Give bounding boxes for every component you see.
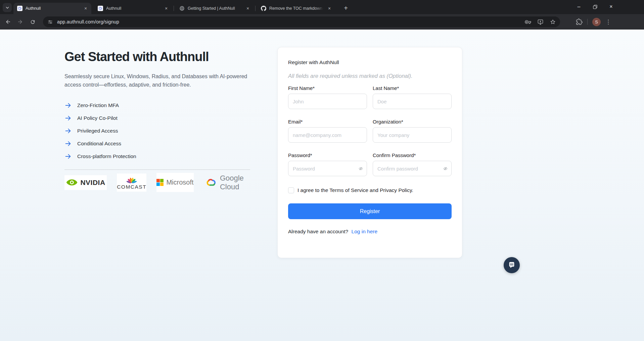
password-visibility-toggle[interactable] <box>358 166 364 171</box>
close-window-button[interactable]: × <box>603 0 619 13</box>
password-input[interactable] <box>288 161 367 176</box>
site-info-button[interactable] <box>46 17 54 26</box>
tab-strip: Authnull × Authnull × Getting Started | … <box>0 0 644 14</box>
login-row: Already have an account? Log in here <box>288 229 452 235</box>
chevron-down-icon <box>5 6 9 10</box>
tab-close-icon[interactable]: × <box>163 5 169 11</box>
authnull-favicon-icon <box>17 6 22 11</box>
tab-separator <box>255 6 256 11</box>
organization-input[interactable] <box>373 127 452 143</box>
restore-button[interactable] <box>587 0 603 13</box>
feature-list: Zero-Friction MFA AI Policy Co-Pilot Pri… <box>64 99 261 163</box>
password-key-icon[interactable] <box>525 19 531 25</box>
minimize-button[interactable]: – <box>571 0 587 13</box>
arrow-right-icon <box>64 114 72 122</box>
first-name-label: First Name* <box>288 85 367 91</box>
first-name-input[interactable] <box>288 94 367 109</box>
tab-github[interactable]: Remove the TOC markdown co × <box>257 3 335 14</box>
url-text[interactable]: app.authnull.com/org/signup <box>57 19 521 25</box>
extensions-puzzle-icon[interactable] <box>576 18 583 25</box>
tab-search-button[interactable] <box>3 3 12 12</box>
install-app-icon[interactable] <box>537 19 544 25</box>
nvidia-logo: NVIDIA <box>64 175 107 190</box>
tab-separator <box>174 6 174 11</box>
google-cloud-icon <box>204 178 217 187</box>
eye-invisible-icon <box>358 166 364 171</box>
back-icon <box>5 19 11 25</box>
tab-getting-started[interactable]: Getting Started | AuthNull × <box>176 3 254 14</box>
nvidia-eye-icon <box>66 178 78 187</box>
back-button[interactable] <box>3 16 13 27</box>
forward-button[interactable] <box>15 16 26 27</box>
authnull-favicon-icon <box>98 6 103 11</box>
tab-close-icon[interactable]: × <box>83 5 89 11</box>
chat-launcher-button[interactable] <box>504 257 520 273</box>
tab-title: Getting Started | AuthNull <box>188 6 235 11</box>
tab-authnull-2[interactable]: Authnull × <box>94 3 172 14</box>
login-prompt: Already have an account? <box>288 229 348 234</box>
tab-close-icon[interactable]: × <box>326 5 332 11</box>
feature-label: Conditional Access <box>77 141 121 147</box>
signup-page: Get Started with Authnull Seamlessly sec… <box>0 30 644 341</box>
browser-toolbar: app.authnull.com/org/signup S ⋮ <box>0 14 644 30</box>
nvidia-wordmark: NVIDIA <box>80 179 105 187</box>
menu-kebab-icon[interactable]: ⋮ <box>605 18 611 26</box>
browser-window: Authnull × Authnull × Getting Started | … <box>0 0 644 341</box>
page-subtitle: Seamlessly secure Linux, Windows, Radius… <box>64 72 261 89</box>
last-name-input[interactable] <box>373 94 452 109</box>
form-title: Register with AuthNull <box>288 59 452 65</box>
required-note: All fields are required unless marked as… <box>288 73 452 79</box>
login-link[interactable]: Log in here <box>352 229 378 234</box>
reload-icon <box>30 19 36 25</box>
chat-bubble-icon <box>508 261 515 269</box>
divider <box>64 169 250 170</box>
email-label: Email* <box>288 119 367 125</box>
bookmark-star-icon[interactable] <box>550 19 556 25</box>
confirm-password-input[interactable] <box>373 161 452 176</box>
profile-avatar[interactable]: S <box>592 18 601 26</box>
microsoft-logo: Microsoft <box>156 173 193 192</box>
address-bar[interactable]: app.authnull.com/org/signup <box>43 16 560 27</box>
microsoft-squares-icon <box>156 179 164 186</box>
feature-item: Cross-platform Protection <box>64 150 261 163</box>
feature-label: Zero-Friction MFA <box>77 102 119 108</box>
tab-close-icon[interactable]: × <box>245 5 251 11</box>
google-cloud-logo: Google Cloud <box>204 174 264 191</box>
email-input[interactable] <box>288 127 367 143</box>
site-controls-icon <box>48 19 53 25</box>
confirm-password-visibility-toggle[interactable] <box>442 166 448 171</box>
comcast-wordmark: COMCAST <box>117 184 146 190</box>
reload-button[interactable] <box>27 16 38 27</box>
window-controls: – × <box>571 0 619 13</box>
feature-item: Conditional Access <box>64 137 261 150</box>
organization-label: Organization* <box>373 119 452 125</box>
feature-item: AI Policy Co-Pilot <box>64 112 261 125</box>
eye-invisible-icon <box>443 166 448 171</box>
toolbar-right: S ⋮ <box>576 16 611 27</box>
feature-label: AI Policy Co-Pilot <box>77 115 118 121</box>
tab-authnull-1[interactable]: Authnull × <box>13 3 91 14</box>
confirm-password-label: Confirm Password* <box>373 152 452 158</box>
globe-icon <box>179 6 185 11</box>
microsoft-wordmark: Microsoft <box>166 179 193 186</box>
toolbar-separator <box>587 19 588 25</box>
tab-title: Authnull <box>26 6 41 11</box>
arrow-right-icon <box>64 153 72 160</box>
comcast-logo: COMCAST <box>117 174 146 192</box>
hero-section: Get Started with Authnull Seamlessly sec… <box>64 47 261 192</box>
agree-checkbox[interactable] <box>288 187 294 193</box>
arrow-right-icon <box>64 140 72 147</box>
arrow-right-icon <box>64 102 72 109</box>
agree-label: I agree to the Terms of Service and Priv… <box>297 187 413 193</box>
forward-icon <box>17 19 23 25</box>
feature-item: Privileged Access <box>64 125 261 137</box>
register-card: Register with AuthNull All fields are re… <box>277 47 462 258</box>
feature-label: Cross-platform Protection <box>77 153 136 159</box>
github-icon <box>261 6 266 11</box>
arrow-right-icon <box>64 127 72 135</box>
new-tab-button[interactable]: + <box>341 3 351 13</box>
register-button[interactable]: Register <box>288 203 452 219</box>
tab-title: Authnull <box>106 6 121 11</box>
feature-item: Zero-Friction MFA <box>64 99 261 112</box>
password-label: Password* <box>288 152 367 158</box>
